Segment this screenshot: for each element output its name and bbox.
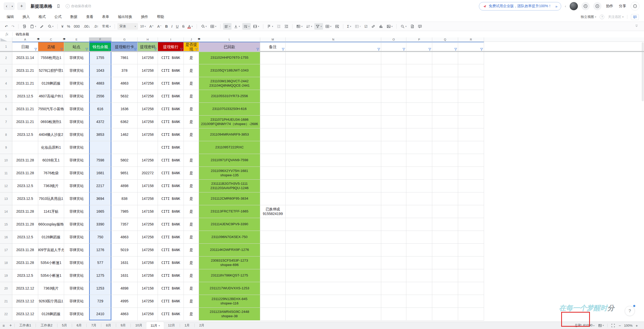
cell-I3[interactable]: CITI BANK	[158, 64, 184, 77]
row-header-10[interactable]: 10	[0, 154, 12, 167]
row-header-3[interactable]: 3	[0, 64, 12, 77]
cell-E15[interactable]: 菲律宾站	[64, 218, 89, 231]
paint-format-icon[interactable]	[38, 23, 45, 30]
fill-color-icon[interactable]: ▾	[199, 23, 208, 30]
cell-M16[interactable]	[260, 231, 286, 244]
cell-O15[interactable]	[381, 218, 406, 231]
cell-C15[interactable]: 2660cosplay服饰1	[38, 218, 64, 231]
add-sheet-button[interactable]: +	[7, 323, 14, 328]
menu-格式[interactable]: 格式	[38, 15, 46, 19]
independent-view-button[interactable]: 独立视图▾	[581, 15, 596, 19]
cell-N10[interactable]	[286, 154, 381, 167]
cell-P12[interactable]	[406, 180, 432, 192]
banner-arrow-icon[interactable]: »	[555, 4, 557, 8]
cell-H5[interactable]: 147258	[138, 90, 158, 103]
cell-I5[interactable]: CITI BANK	[158, 90, 184, 103]
cell-M19[interactable]	[260, 269, 286, 282]
add-comment-icon[interactable]	[417, 23, 423, 30]
cell-G5[interactable]: 5632	[112, 90, 138, 103]
cell-L13[interactable]: 231112CMR60F95-3834	[199, 192, 260, 205]
cell-N2[interactable]	[286, 52, 381, 64]
fit-screen-button[interactable]	[611, 324, 615, 327]
cell-Q14[interactable]	[432, 205, 458, 218]
new-file-button[interactable]: +	[17, 2, 26, 10]
image-icon[interactable]: ▾	[385, 23, 394, 30]
cell-M12[interactable]	[260, 180, 286, 192]
cell-O12[interactable]	[381, 180, 406, 192]
cell-R14[interactable]	[458, 205, 484, 218]
cell-C17[interactable]: 4909宇宙超人手办1	[38, 244, 64, 256]
merge-cells-icon[interactable]: ▾	[252, 23, 260, 30]
cell-P19[interactable]	[406, 269, 432, 282]
row-header-8[interactable]: 8	[0, 128, 12, 141]
cell-R2[interactable]	[458, 52, 484, 64]
cell-I15[interactable]: CITI BANK	[158, 218, 184, 231]
cell-N15[interactable]	[286, 218, 381, 231]
cell-M13[interactable]	[260, 192, 286, 205]
cell-I2[interactable]: CITI BANK	[158, 52, 184, 64]
sheet-list-icon[interactable]: ≡	[0, 323, 7, 328]
cell-L18[interactable]: 2308315CFS453F-1273 shopee-696	[199, 256, 260, 269]
cell-N8[interactable]	[286, 128, 381, 141]
cell-O11[interactable]	[381, 167, 406, 180]
font-size-select[interactable]: 10▾	[139, 23, 147, 30]
v-align-icon[interactable]: ▾	[233, 23, 241, 30]
cell-M7[interactable]	[260, 116, 286, 128]
strikethrough-icon[interactable]: S	[181, 23, 186, 30]
collapse-avatars-icon[interactable]: ‹	[565, 4, 566, 8]
cell-H3[interactable]: 147258	[138, 64, 158, 77]
cell-A15[interactable]: 2023.11.28	[12, 218, 38, 231]
cell-R17[interactable]	[458, 244, 484, 256]
cell-C16[interactable]: 0128舞蹈服	[38, 231, 64, 244]
cell-P11[interactable]	[406, 167, 432, 180]
cell-C2[interactable]: 7558枪周边1	[38, 52, 64, 64]
chart-icon[interactable]	[378, 23, 384, 30]
cell-J17[interactable]: 是	[184, 244, 199, 256]
header-cell-J1[interactable]: 是否提现	[184, 42, 199, 52]
cell-R16[interactable]	[458, 231, 484, 244]
filter-icon[interactable]	[282, 48, 285, 51]
menu-帮助[interactable]: 帮助	[157, 15, 164, 19]
cell-L10[interactable]: 23110971FQVAN9-7598	[199, 154, 260, 167]
column-header-H[interactable]: H	[138, 37, 158, 42]
cell-O18[interactable]	[381, 256, 406, 269]
cell-H2[interactable]: 147258	[138, 52, 158, 64]
cell-I22[interactable]: CITI BANK	[158, 308, 184, 321]
cell-P6[interactable]	[406, 103, 432, 116]
cell-M10[interactable]	[260, 154, 286, 167]
header-cell-Q1[interactable]	[432, 42, 458, 52]
cell-P20[interactable]	[406, 282, 432, 295]
cell-N3[interactable]	[286, 64, 381, 77]
increase-decimal-icon[interactable]: .00↓	[82, 23, 91, 30]
cell-F6[interactable]: 616	[89, 103, 112, 116]
cell-A13[interactable]: 2023.12.5	[12, 192, 38, 205]
cell-O22[interactable]	[381, 308, 406, 321]
cell-J12[interactable]: 是	[184, 180, 199, 192]
filter-icon[interactable]	[154, 48, 157, 51]
cell-I14[interactable]: CITI BANK	[158, 205, 184, 218]
cell-E10[interactable]: 菲律宾站	[64, 154, 89, 167]
cell-H10[interactable]: 147258	[138, 154, 158, 167]
menu-公式[interactable]: 公式	[54, 15, 62, 19]
cell-G6[interactable]: 1636	[112, 103, 138, 116]
cell-P13[interactable]	[406, 192, 432, 205]
cell-I13[interactable]: CITI BANK	[158, 192, 184, 205]
thousands-icon[interactable]: 000	[73, 23, 81, 30]
header-cell-R1[interactable]	[458, 42, 484, 52]
cell-H8[interactable]: 147258	[138, 128, 158, 141]
cell-L4[interactable]: 231103M136QVCT-2442 231104Q8NMQQCE-2441	[199, 77, 260, 90]
cell-P15[interactable]	[406, 218, 432, 231]
checkbox-icon[interactable]: ☑	[363, 23, 369, 30]
cell-J3[interactable]: 是	[184, 64, 199, 77]
header-cell-I1[interactable]: 提现银行	[158, 42, 184, 52]
cell-C12[interactable]: 7363镜片	[38, 180, 64, 192]
cell-R18[interactable]	[458, 256, 484, 269]
cell-E19[interactable]: 菲律宾站	[64, 269, 89, 282]
cell-G4[interactable]: 4863	[112, 77, 138, 90]
avatar[interactable]	[570, 2, 578, 10]
cell-L12[interactable]: 231111B2GTH3V5-1111 2311203AAVP9QU-1246	[199, 180, 260, 192]
cell-Q2[interactable]	[432, 52, 458, 64]
cell-N11[interactable]	[286, 167, 381, 180]
cell-A19[interactable]: 2023.12.5	[12, 269, 38, 282]
cell-J13[interactable]: 是	[184, 192, 199, 205]
